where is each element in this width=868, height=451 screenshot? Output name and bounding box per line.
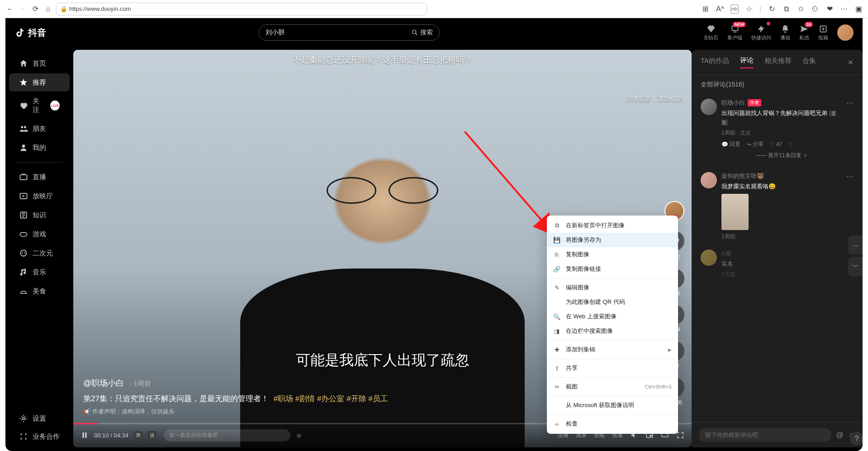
star-icon[interactable]: ☆ [745,5,753,14]
ctx-copy[interactable]: ⎘复制图像 [547,247,678,262]
sidebar-toggle-icon[interactable]: ▣ [854,5,863,14]
reply-button[interactable]: 💬 回复 [721,140,740,148]
prev-video-button[interactable]: ︿ [848,235,863,254]
search-input[interactable] [266,29,411,36]
forward-icon[interactable]: → [18,5,27,14]
fullscreen-button[interactable] [676,431,684,439]
history-icon[interactable]: ⏲ [811,5,819,14]
header-post[interactable]: 投稿 [818,24,828,41]
ctx-link[interactable]: 🔗复制图像链接 [547,262,678,276]
collections-icon[interactable]: ❤ [825,5,834,14]
sidebar-item-home[interactable]: 首页 [9,54,70,72]
share-comment-button[interactable]: ↪ 分享 [747,140,764,148]
back-icon[interactable]: ← [5,5,14,14]
svg-point-10 [20,250,26,256]
sidebar-item-follow[interactable]: 关注LIVE [9,92,70,119]
header-notify[interactable]: 通知 [780,24,790,41]
blank-icon [553,402,560,409]
app-icon[interactable]: ⊞ [702,5,710,14]
megaphone-icon: 📢 [83,408,90,415]
sync-icon[interactable]: ↻ [768,5,776,14]
logo[interactable]: 抖音 [14,27,46,39]
danmu-toggle[interactable]: 弹 [134,431,142,440]
tab-works[interactable]: TA的作品 [701,57,729,68]
sidebar-item-settings[interactable]: 设置 [9,409,70,427]
comment-item: A偷 实名 2天前 [692,245,863,283]
ctx-sidebar[interactable]: ◨在边栏中搜索图像 [547,324,678,338]
header-diamond[interactable]: 充钻石 [703,24,718,41]
sidebar-item-friends[interactable]: 朋友 [9,120,70,138]
blank-icon [553,298,560,306]
comment-more-icon[interactable]: ⋯ [846,172,854,240]
at-icon[interactable]: @ [836,431,843,439]
copy-icon: ⎘ [553,251,560,258]
sidebar-item-knowledge[interactable]: 知识 [9,206,70,224]
top-caption: 不是秦副总还没开除呢？这手里是有王总把柄吗？ [73,54,692,65]
header-dm[interactable]: 私信24 [799,24,809,41]
close-panel-button[interactable]: ✕ [848,58,854,67]
comment-avatar[interactable] [701,99,717,115]
ctx-item[interactable]: 为此图像创建 QR 代码 [547,295,678,309]
ctx-share[interactable]: ⇪共享 [547,361,678,375]
help-button[interactable]: ? [850,432,863,446]
emoji-button[interactable]: ☺ [296,432,302,439]
comment-image[interactable] [721,194,749,230]
ctx-edit[interactable]: ✎编辑图像 [547,280,678,295]
sidebar-item-game[interactable]: 游戏 [9,225,70,243]
search-bar[interactable]: 搜索 [259,24,440,41]
sidebar-item-music[interactable]: 音乐 [9,263,70,281]
tab-collection[interactable]: 合集 [802,57,816,68]
next-video-button[interactable]: ﹀ [848,257,863,276]
comment-avatar[interactable] [701,249,717,266]
comment-more-icon[interactable]: ⋯ [846,99,854,163]
danmu-settings[interactable]: 设 [148,431,157,440]
more-icon[interactable]: ⋯ [840,5,848,14]
hashtags[interactable]: #职场 #剧情 #办公室 #开除 #员工 [274,394,388,403]
expand-replies[interactable]: —— 展开11条回复 ∨ [721,148,842,163]
header-client[interactable]: 客户端NEW [727,24,742,41]
danmu-input[interactable]: 发一条友好的弹幕吧 [164,429,290,441]
url-text: https://www.douyin.com [69,5,131,12]
browser-toolbar: ← → ⟳ ⌂ 🔒 https://www.douyin.com ⊞ Aᴬ HD… [0,0,868,18]
svg-point-4 [24,126,26,128]
dislike-comment-button[interactable]: ♡ [788,141,793,148]
sidebar-item-acg[interactable]: 二次元 [9,244,70,262]
header-quick[interactable]: 快捷访问 [751,24,771,41]
comment-avatar[interactable] [701,172,717,188]
sidebar-item-biz[interactable]: 业务合作 [9,427,70,446]
sidebar-item-food[interactable]: 美食 [9,282,70,300]
hd-icon[interactable]: HD [730,5,739,14]
extensions-icon[interactable]: ⧉ [782,5,790,14]
refresh-icon[interactable]: ⟳ [31,5,40,14]
ctx-collect[interactable]: ✚添加到集锦▶ [547,342,678,357]
ctx-shot[interactable]: ✂截图Ctrl+Shift+S [547,379,678,394]
ctx-save[interactable]: 💾将图像另存为 [547,233,678,247]
sidebar-item-cinema[interactable]: 放映厅 [9,187,70,205]
author-line[interactable]: @职场小白 · 1周前 [83,378,151,389]
favorites-icon[interactable]: ✩ [797,5,805,14]
ctx-inspect[interactable]: ‹›检查 [547,417,678,431]
svg-point-0 [413,30,416,34]
video-nav-arrows: ︿ ﹀ [848,235,863,276]
sidebar-item-recommend[interactable]: 推荐 [9,73,70,91]
save-icon: 💾 [553,236,560,244]
tab-comments[interactable]: 评论 [740,56,754,68]
user-avatar[interactable] [837,24,854,41]
ctx-item[interactable]: 从 Microsoft 获取图像说明 [547,398,678,413]
home-icon[interactable]: ⌂ [43,5,52,14]
like-comment-button[interactable]: ♡ 47 [770,141,782,148]
sidebar-item-mine[interactable]: 我的 [9,139,70,157]
ctx-search[interactable]: 🔍在 Web 上搜索图像 [547,309,678,324]
tab-related[interactable]: 相关推荐 [764,57,792,68]
comment-input[interactable] [699,428,831,442]
svg-rect-23 [650,435,652,437]
ctx-open[interactable]: ⧉在新标签页中打开图像 [547,218,678,233]
address-bar[interactable]: 🔒 https://www.douyin.com [56,3,427,15]
search-button[interactable]: 搜索 [411,29,433,37]
sidebar-item-live[interactable]: 直播 [9,168,70,186]
comment-item: 是你的熊宝呀🐻 我梦露实名观看咯😄 1周前 ⋯ [692,168,863,245]
text-size-icon[interactable]: Aᴬ [716,5,724,14]
svg-point-5 [22,144,25,148]
app-root: 抖音 搜索 充钻石 客户端NEW 快捷访问 通知 私信24 投稿 首页 推荐 关… [5,18,863,451]
pause-button[interactable] [81,431,89,439]
